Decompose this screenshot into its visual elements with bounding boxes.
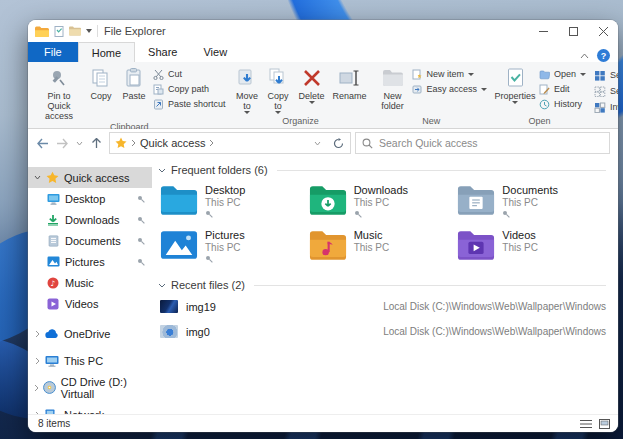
copy-button[interactable]: Copy bbox=[85, 65, 117, 102]
folder-tile-documents[interactable]: Documents This PC bbox=[457, 182, 606, 227]
select-none-label: Select none bbox=[610, 86, 618, 96]
rename-button[interactable]: Rename bbox=[330, 65, 370, 102]
invert-selection-button[interactable]: Invert selection bbox=[594, 100, 618, 114]
invert-selection-label: Invert selection bbox=[610, 102, 618, 112]
copy-path-button[interactable]: Copy path bbox=[153, 82, 226, 96]
select-all-button[interactable]: Select all bbox=[594, 68, 618, 82]
tile-location: This PC bbox=[502, 197, 558, 208]
tab-home[interactable]: Home bbox=[78, 42, 135, 62]
delete-icon bbox=[302, 66, 322, 90]
paste-button[interactable]: Paste bbox=[117, 65, 151, 102]
easy-access-button[interactable]: Easy access bbox=[412, 82, 488, 96]
section-rule bbox=[277, 170, 606, 171]
sidebar-item-pictures[interactable]: Pictures bbox=[28, 251, 152, 272]
open-button[interactable]: Open bbox=[539, 67, 586, 81]
sidebar-item-music[interactable]: ♪ Music bbox=[28, 272, 152, 293]
delete-button[interactable]: Delete bbox=[294, 65, 330, 105]
file-name: img19 bbox=[186, 301, 383, 313]
move-to-button[interactable]: Move to bbox=[232, 65, 263, 115]
folder-tile-downloads[interactable]: Downloads This PC bbox=[309, 182, 458, 227]
chevron-down-icon[interactable] bbox=[31, 175, 44, 180]
properties-button[interactable]: Properties bbox=[493, 65, 537, 105]
paste-shortcut-button[interactable]: Paste shortcut bbox=[153, 97, 226, 111]
new-folder-button[interactable]: New folder bbox=[376, 65, 410, 112]
organize-group-label: Organize bbox=[229, 116, 373, 128]
properties-shortcut-icon[interactable] bbox=[54, 26, 64, 37]
refresh-icon[interactable] bbox=[329, 138, 348, 149]
minimize-button[interactable] bbox=[528, 20, 558, 42]
recent-file-row[interactable]: img19 Local Disk (C:)\Windows\Web\Wallpa… bbox=[160, 294, 606, 319]
tile-location: This PC bbox=[502, 242, 538, 253]
sidebar-item-videos[interactable]: Videos bbox=[28, 293, 152, 314]
close-button[interactable] bbox=[588, 20, 618, 42]
select-none-button[interactable]: Select none bbox=[594, 84, 618, 98]
folder-tile-music[interactable]: Music This PC bbox=[309, 227, 458, 272]
desktop-icon bbox=[45, 193, 61, 205]
tab-view[interactable]: View bbox=[190, 42, 240, 62]
sidebar-item-onedrive[interactable]: OneDrive bbox=[28, 320, 152, 347]
delete-caret-icon bbox=[309, 101, 315, 104]
select-all-label: Select all bbox=[610, 70, 618, 80]
window-title: File Explorer bbox=[104, 25, 166, 37]
customize-toolbar-caret-icon[interactable] bbox=[86, 29, 92, 33]
frequent-folders-header[interactable]: Frequent folders (6) bbox=[158, 161, 606, 179]
folder-tile-desktop[interactable]: Desktop This PC bbox=[160, 182, 309, 227]
paste-icon bbox=[126, 66, 142, 90]
tab-file[interactable]: File bbox=[28, 42, 78, 62]
thumbnail-view-icon[interactable] bbox=[599, 419, 610, 429]
breadcrumb-quick-access[interactable]: Quick access bbox=[140, 137, 205, 149]
tile-name: Downloads bbox=[354, 184, 408, 196]
address-dropdown-caret-icon[interactable] bbox=[310, 141, 325, 146]
sidebar-item-label: Downloads bbox=[65, 214, 119, 226]
new-folder-icon bbox=[382, 66, 404, 90]
music-folder-icon bbox=[309, 229, 347, 261]
details-view-icon[interactable] bbox=[580, 419, 592, 429]
chevron-right-icon[interactable] bbox=[31, 330, 44, 338]
select-none-icon bbox=[594, 86, 606, 97]
recent-file-row[interactable]: img0 Local Disk (C:)\Windows\Web\Wallpap… bbox=[160, 319, 606, 344]
copy-to-button[interactable]: Copy to bbox=[263, 65, 294, 115]
img19-thumbnail bbox=[160, 300, 178, 313]
folder-tile-pictures[interactable]: Pictures This PC bbox=[160, 227, 309, 272]
sidebar-item-desktop[interactable]: Desktop bbox=[28, 188, 152, 209]
pin-to-quick-access-button[interactable]: Pin to Quick access bbox=[33, 65, 85, 122]
forward-button[interactable] bbox=[54, 138, 71, 149]
sidebar-item-downloads[interactable]: Downloads bbox=[28, 209, 152, 230]
folder-tile-videos[interactable]: Videos This PC bbox=[457, 227, 606, 272]
address-bar-row: Quick access bbox=[28, 129, 618, 157]
copy-label: Copy bbox=[90, 91, 111, 101]
copy-to-label: Copy to bbox=[265, 91, 292, 111]
edit-button[interactable]: Edit bbox=[539, 82, 586, 96]
move-to-icon bbox=[237, 66, 257, 90]
sidebar-item-this-pc[interactable]: This PC bbox=[28, 347, 152, 374]
sidebar-item-cd-drive[interactable]: CD Drive (D:) Virtuall bbox=[28, 374, 152, 401]
address-bar[interactable]: Quick access bbox=[109, 132, 351, 154]
collapse-ribbon-icon[interactable] bbox=[580, 53, 589, 59]
cut-button[interactable]: Cut bbox=[153, 67, 226, 81]
back-button[interactable] bbox=[34, 138, 51, 149]
search-box[interactable] bbox=[355, 132, 610, 154]
toolbar-divider bbox=[97, 25, 98, 37]
pin-icon bbox=[354, 210, 408, 218]
sidebar-item-network[interactable]: Network bbox=[28, 401, 152, 414]
recent-files-header[interactable]: Recent files (2) bbox=[158, 276, 606, 294]
sidebar-item-quick-access[interactable]: Quick access bbox=[28, 167, 152, 188]
new-item-button[interactable]: New item bbox=[412, 67, 488, 81]
recent-locations-caret-icon[interactable] bbox=[74, 141, 85, 146]
videos-folder-icon bbox=[457, 229, 495, 261]
sidebar-item-label: Music bbox=[65, 277, 94, 289]
chevron-right-icon[interactable] bbox=[31, 384, 43, 392]
help-icon[interactable]: ? bbox=[597, 49, 610, 62]
sidebar-item-documents[interactable]: Documents bbox=[28, 230, 152, 251]
new-folder-shortcut-icon[interactable] bbox=[69, 26, 81, 36]
new-item-caret-icon bbox=[468, 73, 474, 76]
delete-label: Delete bbox=[299, 91, 325, 101]
tile-name: Documents bbox=[502, 184, 558, 196]
up-button[interactable] bbox=[88, 137, 105, 149]
main-pane: Frequent folders (6) Desktop This PC bbox=[152, 157, 618, 414]
chevron-right-icon[interactable] bbox=[31, 357, 44, 365]
history-button[interactable]: History bbox=[539, 97, 586, 111]
tab-share[interactable]: Share bbox=[135, 42, 190, 62]
search-input[interactable] bbox=[379, 137, 603, 149]
maximize-button[interactable] bbox=[558, 20, 588, 42]
